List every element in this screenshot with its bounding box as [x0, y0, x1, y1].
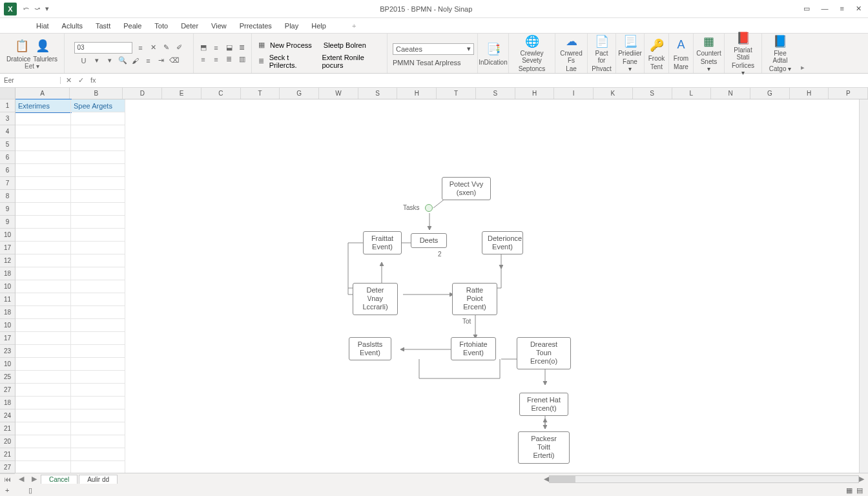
info-icon[interactable]: 📑: [485, 41, 502, 57]
align-icon[interactable]: ≡: [136, 43, 145, 52]
col-header[interactable]: A: [16, 88, 70, 99]
menu-item[interactable]: View: [211, 22, 227, 30]
col-header[interactable]: T: [241, 88, 280, 99]
row-header[interactable]: 17: [0, 332, 15, 345]
horizontal-scrollbar[interactable]: ◀ ▶: [119, 475, 868, 483]
align-r-icon[interactable]: ≣: [238, 43, 247, 52]
dropdown-icon[interactable]: ▾: [105, 56, 114, 65]
align-bot-icon[interactable]: ⬓: [225, 43, 234, 52]
row-header[interactable]: 21: [0, 448, 15, 461]
stat-icon[interactable]: 📕: [735, 31, 752, 45]
row-header[interactable]: 10: [0, 319, 15, 332]
clear-icon[interactable]: ⌫: [170, 56, 179, 65]
row-header[interactable]: 18: [0, 397, 15, 409]
accept-fx-icon[interactable]: ✓: [78, 76, 84, 85]
chart-icon[interactable]: 👤: [34, 37, 51, 54]
tab-nav-prev-icon[interactable]: ◀: [15, 475, 28, 483]
text-icon[interactable]: A: [673, 37, 690, 54]
col-header[interactable]: E: [162, 88, 202, 99]
col-header[interactable]: P: [829, 88, 868, 99]
menu-item[interactable]: Peale: [123, 22, 141, 30]
ribbon-expand-icon[interactable]: ▸: [798, 62, 807, 73]
indent-icon[interactable]: ⇥: [157, 56, 166, 65]
status-plus-icon[interactable]: +: [5, 486, 9, 494]
menu-item[interactable]: Toto: [154, 22, 168, 30]
row-header[interactable]: 10: [0, 280, 15, 293]
col-header[interactable]: G: [750, 88, 790, 99]
sheet-tab-cancel[interactable]: Cancel: [41, 475, 78, 484]
row-header[interactable]: 10: [0, 229, 15, 242]
menu-item[interactable]: Tastt: [96, 22, 110, 30]
row-header[interactable]: 9: [0, 216, 15, 229]
cell-a1[interactable]: Exterimes: [16, 99, 71, 112]
strike-icon[interactable]: ✕: [149, 43, 158, 52]
menu-item[interactable]: Help: [311, 22, 326, 30]
align-left-icon[interactable]: ≡: [144, 56, 153, 65]
row-header[interactable]: 11: [0, 293, 15, 306]
window-close-icon[interactable]: ✕: [856, 5, 862, 13]
col-header[interactable]: K: [594, 88, 633, 99]
cell-b1[interactable]: Spee Argets: [71, 99, 125, 112]
brush-icon[interactable]: 🖌: [131, 56, 140, 65]
underline-icon[interactable]: U: [79, 56, 88, 65]
row-header[interactable]: 25: [0, 371, 15, 384]
counter-icon[interactable]: ▦: [701, 34, 718, 48]
app-icon[interactable]: X: [4, 3, 17, 16]
cancel-fx-icon[interactable]: ✕: [66, 76, 72, 85]
italic-icon[interactable]: ✎: [162, 43, 171, 52]
col-header[interactable]: W: [319, 88, 358, 99]
test-button[interactable]: Sleetp Bolren: [324, 41, 366, 49]
col-header[interactable]: D: [123, 88, 162, 99]
row-header[interactable]: 1: [0, 99, 15, 112]
row-header[interactable]: 23: [0, 345, 15, 358]
row-header[interactable]: 4: [0, 125, 15, 138]
key-icon[interactable]: 🔑: [648, 37, 665, 54]
undo-icon[interactable]: ⤺: [23, 5, 29, 13]
col-header[interactable]: I: [554, 88, 594, 99]
new-process-button[interactable]: New Process: [270, 41, 312, 49]
align-l-icon[interactable]: ≡: [199, 55, 208, 64]
menu-item[interactable]: Prrectates: [240, 22, 272, 30]
row-header[interactable]: 8: [0, 190, 15, 203]
row-header[interactable]: 17: [0, 242, 15, 254]
col-header[interactable]: C: [202, 88, 241, 99]
col-header[interactable]: B: [70, 88, 123, 99]
menu-item[interactable]: Play: [285, 22, 298, 30]
col-header[interactable]: H: [397, 88, 437, 99]
globe-icon[interactable]: 🌐: [524, 34, 541, 48]
tab-add-icon[interactable]: +: [352, 22, 356, 30]
row-header[interactable]: 20: [0, 435, 15, 448]
col-header[interactable]: S: [633, 88, 672, 99]
cloud-icon[interactable]: ☁: [563, 34, 580, 48]
align-top-icon[interactable]: ⬒: [199, 43, 208, 52]
row-header[interactable]: 12: [0, 254, 15, 267]
col-header[interactable]: S: [476, 88, 515, 99]
col-header[interactable]: S: [358, 88, 398, 99]
align-c-icon[interactable]: ≡: [212, 55, 221, 64]
row-header[interactable]: 6: [0, 164, 15, 177]
tab-nav-next-icon[interactable]: ▶: [28, 475, 41, 483]
doc-icon[interactable]: 📄: [594, 34, 610, 48]
font-size-combo[interactable]: 03: [74, 42, 132, 54]
window-full-icon[interactable]: ≡: [840, 5, 844, 13]
menu-item[interactable]: Aclults: [62, 22, 83, 30]
page-icon[interactable]: 📃: [622, 34, 639, 48]
row-header[interactable]: 24: [0, 409, 15, 422]
insert-fx-icon[interactable]: fx: [90, 76, 96, 85]
row-header[interactable]: 18: [0, 267, 15, 280]
align-mid-icon[interactable]: ≡: [212, 43, 221, 52]
view-normal-icon[interactable]: ▦: [846, 486, 852, 495]
tab-nav-first-icon[interactable]: ⏮: [0, 475, 15, 483]
pen-icon[interactable]: ✐: [175, 43, 184, 52]
search-icon[interactable]: 🔍: [118, 56, 127, 65]
row-header[interactable]: 6: [0, 151, 15, 164]
col-header[interactable]: H: [515, 88, 555, 99]
name-box[interactable]: Eer: [0, 77, 61, 84]
extend-button[interactable]: Extent Ronile pocurs: [322, 54, 382, 69]
select-projects-button[interactable]: Seck t Prilercts.: [269, 54, 315, 69]
row-header[interactable]: 27: [0, 384, 15, 397]
redo-icon[interactable]: ⤻: [34, 5, 40, 13]
dropdown-icon[interactable]: ▾: [92, 56, 101, 65]
menu-item[interactable]: Deter: [181, 22, 198, 30]
row-header[interactable]: 27: [0, 461, 15, 474]
